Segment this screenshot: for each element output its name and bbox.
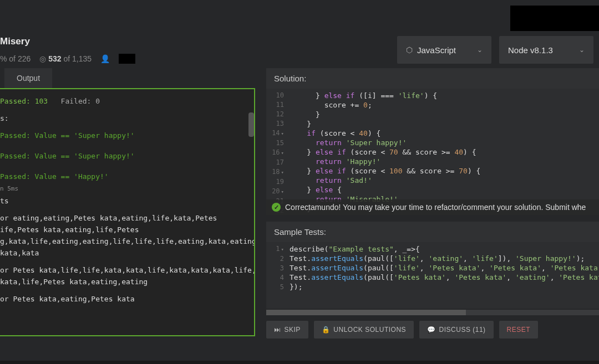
success-toast: ✓ Correctamundo! You may take your time … — [266, 199, 599, 215]
scrollbar-thumb[interactable] — [266, 310, 466, 315]
tests-editor[interactable]: 12345 describe("Example tests", _=>{ Tes… — [266, 242, 599, 309]
log-line: or eating,eating,Petes kata,eating,life,… — [0, 214, 250, 222]
kata-title: Misery — [0, 36, 135, 47]
chevron-down-icon: ⌄ — [477, 46, 483, 54]
log-line: g,kata,life,eating,eating,life,life,life… — [0, 237, 250, 245]
forward-icon: ⏭ — [274, 326, 281, 334]
tab-output[interactable]: Output — [4, 68, 52, 88]
avatar — [119, 54, 135, 64]
solution-editor[interactable]: 10111213141516171819202122 } else if ([i… — [266, 89, 599, 215]
test-group: s: — [0, 114, 250, 122]
check-icon: ✓ — [272, 203, 281, 212]
unlock-button[interactable]: 🔒UNLOCK SOLUTIONS — [314, 321, 414, 339]
test-group: ts — [0, 197, 250, 205]
horizontal-scrollbar[interactable] — [266, 310, 599, 315]
test-pass: Passed: Value == 'Super happy!' — [0, 152, 250, 160]
skip-button[interactable]: ⏭SKIP — [266, 321, 308, 339]
chevron-down-icon: ⌄ — [579, 46, 585, 54]
tests-label: Sample Tests: — [266, 222, 599, 242]
discuss-button[interactable]: 💬DISCUSS (11) — [419, 321, 494, 339]
test-time: n 5ms — [0, 185, 250, 192]
line-gutter: 12345 — [266, 242, 286, 292]
output-panel: Passed: 103 Failed: 0 s: Passed: Value =… — [0, 88, 255, 336]
kata-stats: % of 226 ◎ 532 of 1,135 👤 — [0, 54, 135, 64]
test-pass: Passed: Value == 'Super happy!' — [0, 131, 250, 140]
line-gutter: 10111213141516171819202122 — [266, 89, 286, 215]
comment-icon: 💬 — [427, 326, 436, 334]
user-area[interactable] — [510, 6, 599, 31]
test-pass: Passed: Value == 'Happy!' — [0, 172, 250, 181]
reset-button[interactable]: RESET — [499, 321, 539, 339]
solution-label: Solution: — [266, 68, 599, 89]
log-line: kata,life,Petes kata,eating,eating — [0, 278, 250, 286]
log-line: kata,kata — [0, 249, 250, 257]
log-line: or Petes kata,life,life,kata,kata,life,k… — [0, 266, 250, 274]
language-icon: ⬡ — [406, 45, 413, 54]
log-line: or Petes kata,eating,Petes kata — [0, 295, 250, 303]
lock-icon: 🔒 — [322, 326, 331, 334]
runtime-dropdown[interactable]: Node v8.1.3 ⌄ — [499, 36, 593, 64]
footer-bar — [0, 361, 599, 364]
scrollbar-thumb[interactable] — [248, 112, 254, 137]
language-dropdown[interactable]: ⬡JavaScript ⌄ — [397, 36, 491, 64]
log-line: ife,Petes kata,eating,life,Petes — [0, 225, 250, 234]
user-icon: 👤 — [100, 54, 110, 63]
